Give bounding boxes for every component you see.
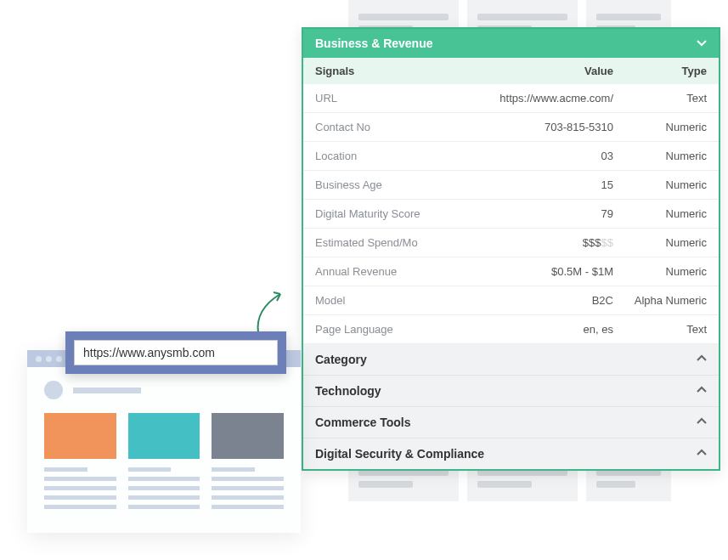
section-digital-security[interactable]: Digital Security & Compliance: [303, 438, 719, 469]
chevron-down-icon: [697, 37, 707, 50]
table-row: Digital Maturity Score 79 Numeric: [303, 200, 719, 229]
section-label: Commerce Tools: [315, 416, 411, 429]
row-type: Numeric: [613, 178, 707, 191]
row-value: 03: [486, 150, 613, 162]
section-commerce-tools[interactable]: Commerce Tools: [303, 407, 719, 438]
section-label: Category: [315, 353, 367, 366]
row-signal: Contact No: [315, 121, 486, 133]
col-header-value: Value: [486, 65, 613, 77]
card-hero: [128, 413, 200, 459]
url-bar: [65, 331, 286, 374]
row-signal: Digital Maturity Score: [315, 207, 486, 220]
card: [212, 413, 284, 514]
table-row: URL https://www.acme.com/ Text: [303, 84, 719, 113]
window-dot: [56, 356, 62, 362]
panel-column-headers: Signals Value Type: [303, 58, 719, 84]
section-label: Technology: [315, 384, 381, 398]
table-row: Location 03 Numeric: [303, 142, 719, 171]
section-category[interactable]: Category: [303, 344, 719, 376]
row-signal: Estimated Spend/Mo: [315, 236, 486, 249]
row-value: B2C: [486, 294, 613, 307]
arrow-icon: [248, 287, 291, 335]
table-row: Page Language en, es Text: [303, 315, 719, 344]
row-value: $0.5M - $1M: [486, 265, 613, 278]
row-type: Text: [613, 323, 707, 336]
cards: [44, 413, 284, 514]
table-row: Model B2C Alpha Numeric: [303, 286, 719, 315]
browser-body: [27, 367, 301, 533]
section-technology[interactable]: Technology: [303, 376, 719, 407]
row-signal: Location: [315, 150, 486, 162]
row-signal: Business Age: [315, 178, 486, 191]
url-input[interactable]: [74, 340, 278, 365]
row-value: $$$$$: [486, 236, 613, 249]
row-signal: Annual Revenue: [315, 265, 486, 278]
name-placeholder: [73, 387, 141, 393]
row-type: Alpha Numeric: [613, 294, 707, 307]
row-type: Numeric: [613, 207, 707, 220]
chevron-up-icon: [697, 447, 707, 461]
card-hero: [212, 413, 284, 459]
row-value: 703-815-5310: [486, 121, 613, 133]
row-type: Numeric: [613, 236, 707, 249]
col-header-type: Type: [613, 65, 707, 77]
table-row: Business Age 15 Numeric: [303, 171, 719, 200]
table-row: Estimated Spend/Mo $$$$$ Numeric: [303, 229, 719, 257]
row-type: Numeric: [613, 121, 707, 133]
profile-row: [44, 381, 284, 399]
row-value: en, es: [486, 323, 613, 336]
panel-header[interactable]: Business & Revenue: [303, 29, 719, 58]
row-signal: Page Language: [315, 323, 486, 336]
data-panel: Business & Revenue Signals Value Type UR…: [302, 27, 720, 471]
row-value: 15: [486, 178, 613, 191]
card: [44, 413, 116, 514]
row-value: 79: [486, 207, 613, 220]
row-type: Numeric: [613, 150, 707, 162]
section-label: Digital Security & Compliance: [315, 447, 484, 461]
chevron-up-icon: [697, 353, 707, 366]
chevron-up-icon: [697, 416, 707, 429]
card: [128, 413, 200, 514]
table-row: Contact No 703-815-5310 Numeric: [303, 113, 719, 142]
avatar-icon: [44, 381, 63, 399]
browser-mock: [27, 350, 301, 533]
panel-title: Business & Revenue: [315, 37, 433, 50]
chevron-up-icon: [697, 384, 707, 398]
window-dot: [46, 356, 52, 362]
row-signal: URL: [315, 92, 486, 105]
window-dot: [36, 356, 42, 362]
row-signal: Model: [315, 294, 486, 307]
col-header-signals: Signals: [315, 65, 486, 77]
row-value: https://www.acme.com/: [486, 92, 613, 105]
row-type: Numeric: [613, 265, 707, 278]
row-type: Text: [613, 92, 707, 105]
table-row: Annual Revenue $0.5M - $1M Numeric: [303, 257, 719, 286]
card-hero: [44, 413, 116, 459]
